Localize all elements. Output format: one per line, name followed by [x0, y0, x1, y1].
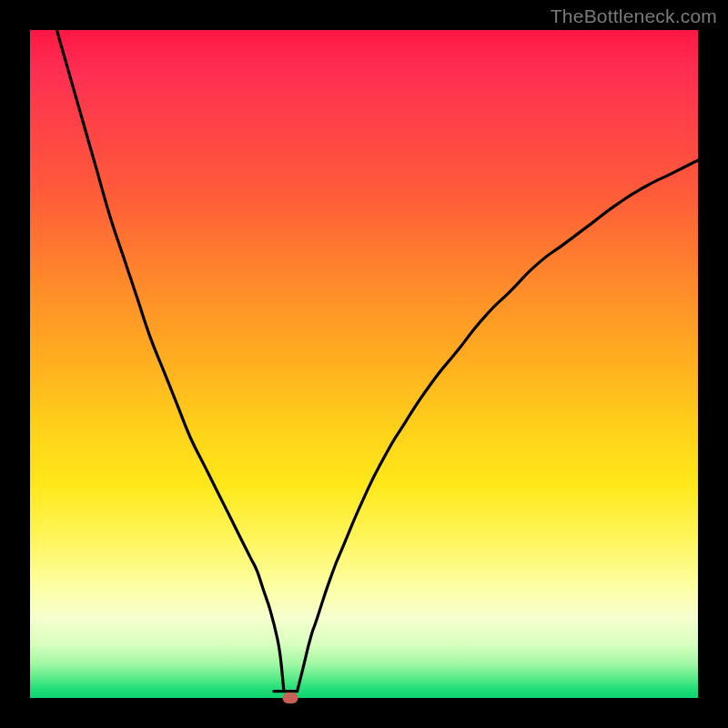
watermark-text: TheBottleneck.com — [551, 5, 717, 27]
chart-frame: TheBottleneck.com — [0, 0, 728, 728]
curve-right-branch — [298, 160, 698, 692]
plot-area — [30, 30, 698, 698]
bottleneck-curve — [30, 30, 698, 698]
curve-left-branch — [56, 30, 284, 692]
minimum-marker — [283, 693, 298, 703]
